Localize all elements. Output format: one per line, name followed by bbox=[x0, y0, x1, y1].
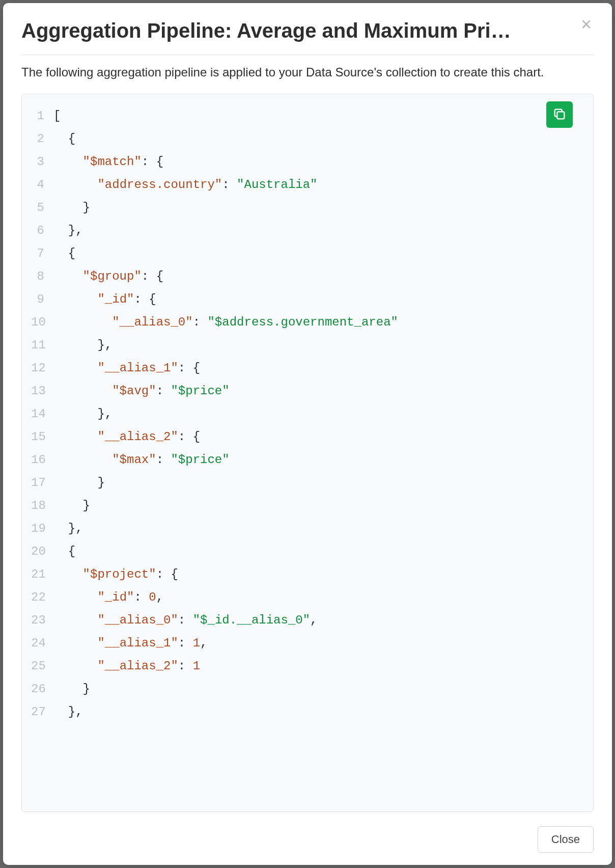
code-line: 25 "__alias_2": 1 bbox=[31, 655, 584, 677]
code-line: 5 } bbox=[31, 196, 584, 219]
line-number: 2 bbox=[31, 127, 53, 150]
line-number: 22 bbox=[31, 586, 53, 609]
line-content: } bbox=[53, 196, 90, 219]
close-icon[interactable]: × bbox=[579, 17, 594, 32]
line-content: { bbox=[53, 540, 75, 563]
line-number: 27 bbox=[31, 700, 53, 723]
line-number: 1 bbox=[31, 104, 53, 127]
line-number: 21 bbox=[31, 563, 53, 586]
line-content: "_id": { bbox=[53, 288, 156, 311]
line-content: } bbox=[53, 494, 90, 517]
line-content: "__alias_0": "$address.government_area" bbox=[53, 311, 398, 334]
line-content: { bbox=[53, 242, 75, 265]
code-line: 12 "__alias_1": { bbox=[31, 357, 584, 379]
line-number: 20 bbox=[31, 540, 53, 563]
line-content: }, bbox=[53, 334, 112, 357]
line-number: 24 bbox=[31, 632, 53, 655]
code-line: 15 "__alias_2": { bbox=[31, 425, 584, 448]
modal-header: Aggregation Pipeline: Average and Maximu… bbox=[21, 19, 594, 55]
code-line: 17 } bbox=[31, 471, 584, 494]
code-line: 24 "__alias_1": 1, bbox=[31, 632, 584, 655]
modal-subtitle: The following aggregation pipeline is ap… bbox=[21, 65, 594, 79]
code-line: 11 }, bbox=[31, 334, 584, 357]
line-content: "_id": 0, bbox=[53, 586, 163, 609]
line-number: 5 bbox=[31, 196, 53, 219]
code-line: 7 { bbox=[31, 242, 584, 265]
line-content: }, bbox=[53, 700, 83, 723]
code-line: 16 "$max": "$price" bbox=[31, 448, 584, 471]
code-line: 9 "_id": { bbox=[31, 288, 584, 311]
line-number: 11 bbox=[31, 334, 53, 357]
code-line: 22 "_id": 0, bbox=[31, 586, 584, 609]
line-number: 15 bbox=[31, 425, 53, 448]
line-content: "__alias_1": 1, bbox=[53, 632, 207, 655]
copy-icon bbox=[552, 107, 567, 123]
code-line: 20 { bbox=[31, 540, 584, 563]
line-number: 23 bbox=[31, 609, 53, 632]
line-content: } bbox=[53, 677, 90, 700]
line-content: "$avg": "$price" bbox=[53, 379, 230, 402]
code-container: 1[2 {3 "$match": {4 "address.country": "… bbox=[21, 94, 594, 812]
line-content: "__alias_2": 1 bbox=[53, 655, 200, 677]
line-number: 9 bbox=[31, 288, 53, 311]
code-line: 23 "__alias_0": "$_id.__alias_0", bbox=[31, 609, 584, 632]
line-content: [ bbox=[53, 104, 61, 127]
line-content: "address.country": "Australia" bbox=[53, 173, 318, 196]
line-content: "__alias_2": { bbox=[53, 425, 200, 448]
line-content: }, bbox=[53, 517, 83, 540]
line-number: 8 bbox=[31, 265, 53, 288]
modal-title: Aggregation Pipeline: Average and Maximu… bbox=[21, 19, 579, 42]
line-number: 18 bbox=[31, 494, 53, 517]
svg-rect-0 bbox=[557, 112, 564, 119]
line-content: } bbox=[53, 471, 105, 494]
line-content: "$max": "$price" bbox=[53, 448, 230, 471]
line-number: 3 bbox=[31, 150, 53, 173]
line-number: 19 bbox=[31, 517, 53, 540]
code-line: 27 }, bbox=[31, 700, 584, 723]
code-line: 14 }, bbox=[31, 402, 584, 425]
line-content: "__alias_0": "$_id.__alias_0", bbox=[53, 609, 318, 632]
line-number: 25 bbox=[31, 655, 53, 677]
aggregation-pipeline-modal: Aggregation Pipeline: Average and Maximu… bbox=[3, 3, 612, 865]
modal-footer: Close bbox=[21, 812, 594, 853]
line-content: }, bbox=[53, 219, 83, 242]
code-viewer[interactable]: 1[2 {3 "$match": {4 "address.country": "… bbox=[22, 94, 593, 811]
close-button[interactable]: Close bbox=[538, 826, 594, 853]
code-line: 19 }, bbox=[31, 517, 584, 540]
line-content: "__alias_1": { bbox=[53, 357, 200, 379]
line-number: 16 bbox=[31, 448, 53, 471]
code-line: 4 "address.country": "Australia" bbox=[31, 173, 584, 196]
line-number: 26 bbox=[31, 677, 53, 700]
code-line: 1[ bbox=[31, 104, 584, 127]
code-line: 8 "$group": { bbox=[31, 265, 584, 288]
line-number: 7 bbox=[31, 242, 53, 265]
code-line: 13 "$avg": "$price" bbox=[31, 379, 584, 402]
line-number: 14 bbox=[31, 402, 53, 425]
code-line: 21 "$project": { bbox=[31, 563, 584, 586]
code-line: 3 "$match": { bbox=[31, 150, 584, 173]
line-content: }, bbox=[53, 402, 112, 425]
line-number: 6 bbox=[31, 219, 53, 242]
code-line: 2 { bbox=[31, 127, 584, 150]
code-line: 10 "__alias_0": "$address.government_are… bbox=[31, 311, 584, 334]
line-number: 13 bbox=[31, 379, 53, 402]
line-content: "$match": { bbox=[53, 150, 163, 173]
copy-button[interactable] bbox=[546, 101, 573, 128]
code-line: 6 }, bbox=[31, 219, 584, 242]
line-content: "$group": { bbox=[53, 265, 163, 288]
line-number: 12 bbox=[31, 357, 53, 379]
code-line: 26 } bbox=[31, 677, 584, 700]
line-content: "$project": { bbox=[53, 563, 178, 586]
line-content: { bbox=[53, 127, 75, 150]
line-number: 17 bbox=[31, 471, 53, 494]
line-number: 10 bbox=[31, 311, 53, 334]
line-number: 4 bbox=[31, 173, 53, 196]
code-line: 18 } bbox=[31, 494, 584, 517]
